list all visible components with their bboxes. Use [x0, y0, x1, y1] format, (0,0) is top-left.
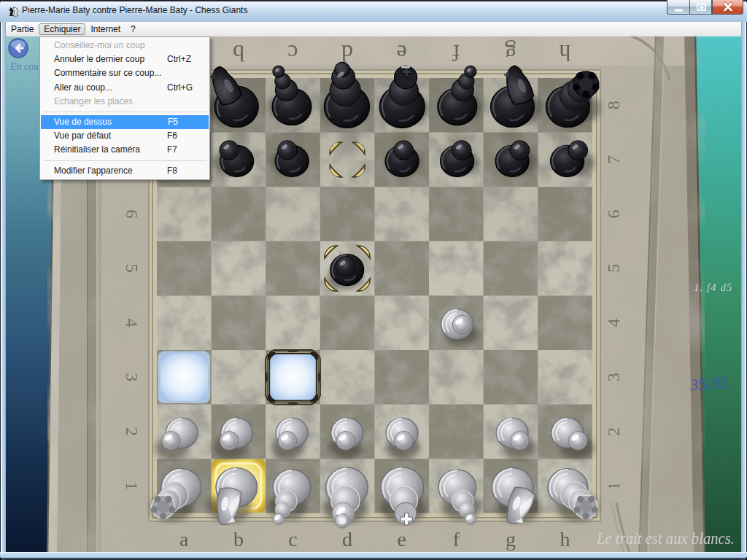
svg-text:e: e [397, 528, 406, 551]
svg-text:g: g [505, 40, 516, 66]
svg-text:2: 2 [604, 427, 623, 436]
svg-text:d: d [342, 528, 352, 551]
svg-text:1: 1 [123, 482, 142, 491]
svg-text:h: h [560, 40, 571, 66]
svg-text:f: f [453, 528, 460, 551]
svg-text:1: 1 [604, 482, 623, 491]
svg-text:5: 5 [604, 264, 623, 273]
svg-text:f: f [452, 40, 460, 66]
svg-text:2: 2 [123, 427, 142, 436]
svg-text:7: 7 [604, 155, 623, 164]
svg-text:e: e [397, 40, 407, 66]
svg-text:3: 3 [604, 373, 623, 381]
svg-text:5: 5 [123, 264, 142, 273]
svg-text:35:05: 35:05 [689, 373, 728, 394]
svg-text:8: 8 [604, 101, 623, 109]
svg-text:4: 4 [123, 319, 142, 327]
svg-text:6: 6 [604, 210, 623, 219]
svg-text:h: h [560, 528, 570, 551]
svg-text:a: a [179, 528, 189, 551]
svg-text:Le trait est aux blancs.: Le trait est aux blancs. [596, 529, 735, 548]
svg-text:g: g [506, 528, 516, 551]
svg-text:4: 4 [604, 319, 623, 327]
svg-text:3: 3 [123, 373, 142, 381]
svg-text:6: 6 [123, 210, 142, 219]
svg-text:c: c [287, 40, 298, 66]
svg-text:b: b [233, 40, 244, 66]
svg-text:1. f4 d5: 1. f4 d5 [694, 281, 732, 293]
svg-text:c: c [288, 528, 297, 551]
svg-text:b: b [233, 528, 244, 551]
